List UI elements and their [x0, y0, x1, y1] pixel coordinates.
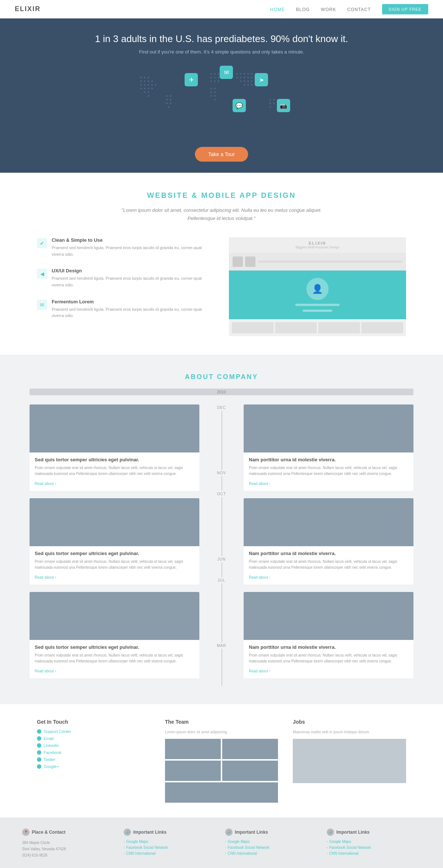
- mockup-line-2: [303, 310, 332, 312]
- footer-link-facebook-1[interactable]: › Facebook Social Network: [124, 845, 218, 850]
- arrow-icon-3: ›: [124, 852, 125, 855]
- map-icon-1: ✈: [185, 73, 198, 86]
- footer-link-google-maps-3[interactable]: › Google Maps: [327, 840, 421, 844]
- feature-desc-2: Praesent sed hendrerit ligula. Praesent …: [52, 275, 214, 288]
- footer-link-twitter[interactable]: Twitter: [37, 757, 150, 762]
- map-icon-3: ➤: [255, 73, 268, 86]
- year-badge-wrap: 2010: [30, 388, 413, 399]
- svg-rect-9: [148, 84, 149, 86]
- footer-link-cnn-1[interactable]: › CNN International: [124, 851, 218, 855]
- feature-item-1: ✔ Clean & Simple to Use Praesent sed hen…: [37, 237, 214, 258]
- blog-img-right-1: [244, 404, 413, 452]
- mockup-footer-col-2: [275, 322, 317, 333]
- nav-work[interactable]: WORK: [321, 7, 336, 12]
- svg-rect-63: [170, 95, 171, 97]
- footer-link-email[interactable]: Email: [37, 736, 150, 741]
- svg-rect-49: [240, 80, 241, 82]
- email-icon: [37, 736, 41, 741]
- support-icon: [37, 729, 41, 734]
- month-jul: JUL: [210, 577, 233, 583]
- feature-item-2: ◀ UX/UI Design Praesent sed hendrerit li…: [37, 268, 214, 288]
- footer-get-in-touch-title: Get In Touch: [37, 719, 150, 725]
- blog-content-right-3: Nam porttitor urna id molestie viverra. …: [244, 640, 413, 678]
- arrow-icon-8: ›: [327, 846, 328, 849]
- googleplus-icon: [37, 764, 41, 769]
- svg-rect-5: [148, 80, 149, 82]
- mockup-avatar-icon: 👤: [306, 278, 329, 300]
- mockup-footer-col-1: [232, 322, 274, 333]
- svg-rect-20: [214, 73, 216, 75]
- hero-headline: 1 in 3 adults in the U.S. has prediabete…: [0, 33, 443, 45]
- place-icon: 📍: [22, 829, 30, 836]
- footer-link-google-maps-2[interactable]: › Google Maps: [225, 840, 319, 844]
- svg-rect-56: [251, 84, 253, 86]
- mockup-line-1: [295, 304, 340, 306]
- footer-get-in-touch: Get In Touch Support Center Email Linked…: [37, 719, 150, 803]
- read-more-left-3[interactable]: Read about ›: [35, 669, 56, 673]
- arrow-icon-4: ›: [225, 840, 226, 843]
- footer-link-support[interactable]: Support Center: [37, 729, 150, 734]
- blog-card-left-1: Sed quis tortor semper ultricies eget pu…: [30, 404, 199, 491]
- svg-rect-8: [144, 84, 145, 86]
- nav-contact[interactable]: CONTACT: [347, 7, 371, 12]
- read-more-left-1[interactable]: Read about ›: [35, 482, 56, 486]
- svg-rect-0: [140, 77, 142, 78]
- footer-important-links-1: 🔗 Important Links › Google Maps › Facebo…: [124, 829, 218, 858]
- svg-rect-6: [151, 80, 153, 82]
- svg-rect-26: [210, 80, 212, 82]
- svg-rect-31: [210, 92, 212, 93]
- svg-rect-18: [148, 95, 149, 97]
- tour-button[interactable]: Take a Tour: [195, 147, 248, 162]
- svg-rect-52: [251, 80, 253, 82]
- blog-card-right-1: Nam porttitor urna id molestie viverra. …: [244, 404, 413, 491]
- blog-desc-left-3: Proin ornare vulputate erat sit amet rho…: [35, 652, 194, 664]
- team-cell-4: [222, 761, 278, 781]
- blog-title-left-3: Sed quis tortor semper ultricies eget pu…: [35, 644, 194, 650]
- team-cell-3: [165, 761, 221, 781]
- footer-link-google-maps-1[interactable]: › Google Maps: [124, 840, 218, 844]
- footer-link-linkedin[interactable]: LinkedIn: [37, 743, 150, 748]
- svg-rect-43: [240, 77, 241, 78]
- svg-rect-30: [214, 88, 216, 89]
- svg-rect-64: [166, 99, 168, 100]
- read-more-left-2[interactable]: Read about ›: [35, 575, 56, 579]
- arrow-icon-5: ›: [225, 846, 226, 849]
- footer-links-1-title: 🔗 Important Links: [124, 829, 218, 836]
- footer-the-team: The Team Lorem ipsum dolor sit amet adip…: [165, 719, 278, 803]
- footer-link-facebook[interactable]: Facebook: [37, 750, 150, 755]
- arrow-icon-7: ›: [327, 840, 328, 843]
- blog-title-left-2: Sed quis tortor semper ultricies eget pu…: [35, 551, 194, 556]
- blog-title-right-3: Nam porttitor urna id molestie viverra.: [249, 644, 408, 650]
- website-section: WEBSITE & MOBILE APP DESIGN "Lorem ipsum…: [0, 173, 443, 355]
- month-mar: MAR: [210, 643, 233, 649]
- svg-rect-14: [148, 88, 149, 89]
- mockup-tagline: Biggest Multi-Purpose Design: [234, 245, 401, 249]
- svg-rect-13: [144, 88, 145, 89]
- blog-desc-right-3: Proin ornare vulputate erat sit amet rho…: [249, 652, 408, 664]
- footer-place-contact: 📍 Place & Contact 384 Maple Circle Simi …: [22, 829, 116, 858]
- features-list: ✔ Clean & Simple to Use Praesent sed hen…: [37, 237, 214, 330]
- svg-rect-3: [140, 80, 142, 82]
- svg-rect-42: [236, 77, 238, 78]
- read-more-right-1[interactable]: Read about ›: [249, 482, 270, 486]
- footer-jobs-desc: Maecenas mattis velit in ipsum tristique…: [293, 729, 406, 735]
- mockup-logo: ELIXIR: [234, 241, 401, 245]
- nav-blog[interactable]: BLOG: [296, 7, 310, 12]
- svg-rect-44: [244, 77, 245, 78]
- links-icon-2: 🔗: [225, 829, 233, 836]
- year-badge: 2010: [30, 389, 413, 395]
- footer-link-facebook-2[interactable]: › Facebook Social Network: [225, 845, 319, 850]
- read-more-right-2[interactable]: Read about ›: [249, 575, 270, 579]
- footer-link-cnn-3[interactable]: › CNN International: [327, 851, 421, 855]
- footer-team-desc: Lorem ipsum dolor sit amet adipiscing: [165, 729, 278, 735]
- footer-link-googleplus[interactable]: Google+: [37, 764, 150, 769]
- footer-link-facebook-3[interactable]: › Facebook Social Network: [327, 845, 421, 850]
- svg-rect-62: [166, 95, 168, 97]
- footer-link-cnn-2[interactable]: › CNN International: [225, 851, 319, 855]
- footer-place-text: 384 Maple Circle Simi Valley, Nevada 474…: [22, 840, 116, 858]
- svg-rect-1: [144, 77, 145, 78]
- nav-home[interactable]: HOME: [270, 7, 285, 12]
- read-more-right-3[interactable]: Read about ›: [249, 669, 270, 673]
- month-nov: NOV: [210, 470, 233, 476]
- signup-button[interactable]: SIgn Up Free: [382, 4, 428, 14]
